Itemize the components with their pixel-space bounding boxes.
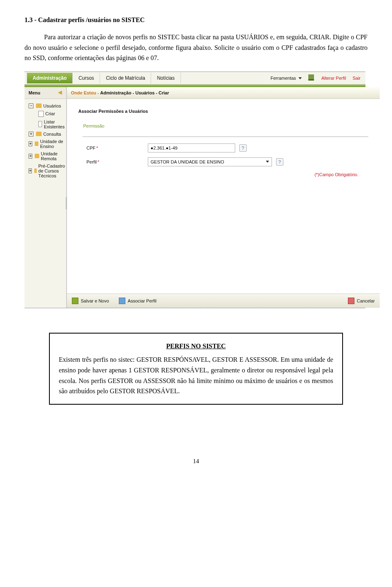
section-title: 1.3 - Cadastrar perfis /usuários no SIST… [24, 16, 368, 24]
floppy-icon [119, 298, 125, 304]
tab-cursos[interactable]: Cursos [73, 73, 100, 83]
help-icon[interactable]: ? [239, 144, 247, 152]
perfil-value: GESTOR DA UNIDADE DE ENSINO [151, 159, 224, 164]
sidebar: Menu −Usuários Criar Listar Existentes +… [24, 87, 67, 308]
cpf-label: CPF [87, 146, 96, 150]
perfil-select[interactable]: GESTOR DA UNIDADE DE ENSINO [148, 157, 272, 166]
splitter-handle[interactable] [66, 197, 67, 210]
alterar-perfil-link[interactable]: Alterar Perfil [321, 76, 346, 81]
cpf-input[interactable]: ●2.361.●1-49 [148, 143, 235, 152]
sidebar-item-usuarios[interactable]: −Usuários [27, 102, 66, 110]
info-box-title: PERFIS NO SISTEC [59, 341, 333, 352]
cancelar-button[interactable]: Cancelar [348, 298, 375, 304]
folder-icon [35, 141, 39, 146]
folder-icon [34, 168, 37, 173]
folder-icon [36, 132, 42, 136]
sidebar-item-criar[interactable]: Criar [27, 110, 66, 118]
form-title: Associar Permissões a Usuários [78, 109, 368, 114]
sidebar-tree: −Usuários Criar Listar Existentes +Consu… [24, 99, 66, 179]
sidebar-label: Unidade Remota [41, 151, 66, 161]
required-star: * [98, 159, 99, 164]
sidebar-label: Consulta [43, 132, 61, 137]
sidebar-label: Usuários [43, 103, 61, 108]
folder-icon [35, 154, 39, 158]
ferramentas-label: Ferramentas [270, 76, 296, 81]
salvar-label: Salvar e Novo [81, 298, 109, 303]
info-box-body: Existem três perfis no sistec: GESTOR RE… [59, 354, 333, 396]
sidebar-head: Menu [24, 87, 66, 99]
save-icon [72, 298, 78, 304]
sidebar-label: Criar [45, 111, 55, 116]
ferramentas-dropdown[interactable]: Ferramentas [270, 76, 301, 81]
sidebar-label: Pré-Cadastro de Cursos Técnicos [38, 164, 66, 178]
required-star: * [96, 146, 98, 150]
print-icon [308, 74, 314, 81]
document-icon [38, 111, 44, 117]
associar-label: Associar Perfil [128, 298, 156, 303]
perfil-label: Perfil [87, 159, 97, 164]
chevron-down-icon [266, 161, 269, 163]
bottom-bar: Salvar e Novo Associar Perfil Cancelar [67, 294, 380, 308]
main-area: Onde Estou - Administração - Usuários - … [67, 87, 380, 308]
campo-obrigatorio-note: (*)Campo Obrigatório. [78, 171, 368, 177]
breadcrumb-path: Administração - Usuários - Criar [100, 90, 169, 95]
breadcrumb: Onde Estou - Administração - Usuários - … [67, 87, 380, 99]
paragraph-1: Para autorizar a criação de novos perfis… [24, 32, 368, 63]
print-button[interactable] [308, 74, 315, 81]
sair-link[interactable]: Sair [352, 76, 361, 81]
fieldset-legend: Permissão [82, 123, 106, 128]
topbar: Administração Cursos Ciclo de Matrícula … [24, 72, 365, 85]
sidebar-item-precadastro[interactable]: +Pré-Cadastro de Cursos Técnicos [27, 162, 66, 179]
sidebar-item-unidade-ensino[interactable]: +Unidade de Ensino [27, 138, 66, 150]
screenshot: Administração Cursos Ciclo de Matrícula … [24, 72, 365, 308]
tab-noticias[interactable]: Notícias [151, 73, 180, 83]
sidebar-item-consulta[interactable]: +Consulta [27, 130, 66, 138]
screenshot-container: Administração Cursos Ciclo de Matrícula … [24, 72, 368, 308]
collapse-icon[interactable] [58, 91, 62, 95]
sidebar-label: Listar Existentes [44, 119, 66, 129]
folder-icon [36, 103, 42, 108]
row-cpf: CPF* ●2.361.●1-49 ? [87, 143, 364, 152]
row-perfil: Perfil* GESTOR DA UNIDADE DE ENSINO ? [87, 157, 364, 166]
sidebar-item-unidade-remota[interactable]: +Unidade Remota [27, 150, 66, 162]
chevron-down-icon [298, 77, 302, 79]
salvar-e-novo-button[interactable]: Salvar e Novo [72, 298, 109, 304]
page-number: 14 [24, 458, 368, 465]
tab-ciclo-matricula[interactable]: Ciclo de Matrícula [100, 73, 151, 83]
sidebar-label: Unidade de Ensino [40, 139, 66, 149]
cancelar-label: Cancelar [357, 298, 375, 303]
info-box: PERFIS NO SISTEC Existem três perfis no … [49, 333, 343, 405]
breadcrumb-prefix: Onde Estou - [71, 90, 99, 95]
sidebar-title: Menu [29, 90, 40, 95]
document-icon [38, 121, 42, 127]
sidebar-item-listar[interactable]: Listar Existentes [27, 118, 66, 130]
cancel-icon [348, 298, 354, 304]
permissao-fieldset: CPF* ●2.361.●1-49 ? Perfil* [82, 137, 368, 166]
tab-administracao[interactable]: Administração [27, 73, 73, 83]
help-icon[interactable]: ? [276, 158, 283, 166]
associar-perfil-button[interactable]: Associar Perfil [119, 298, 156, 304]
